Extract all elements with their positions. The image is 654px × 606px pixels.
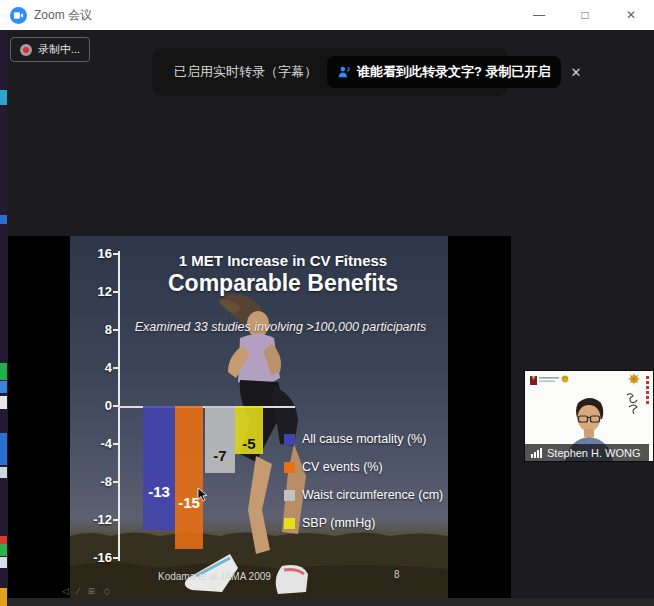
y-tick-label: 12	[70, 284, 112, 299]
recording-icon	[20, 44, 32, 56]
legend-swatch	[284, 434, 295, 445]
y-tick-label: -16	[70, 550, 112, 565]
presentation-slide: 1612840-4-8-12-16-13-15-7-5All cause mor…	[70, 236, 448, 598]
y-tick-mark	[113, 481, 118, 483]
y-tick-mark	[113, 519, 118, 521]
slide-title-line2: Comparable Benefits	[128, 270, 438, 297]
y-tick-label: -4	[70, 436, 112, 451]
window-bottom-edge	[0, 598, 654, 606]
slide-citation: Kodama et al JAMA 2009	[158, 571, 271, 582]
person-question-icon	[337, 65, 351, 79]
y-tick-mark	[113, 291, 118, 293]
legend-item: SBP (mmHg)	[284, 516, 375, 530]
who-can-see-transcript-button[interactable]: 谁能看到此转录文字? 录制已开启	[327, 56, 561, 88]
legend-swatch	[284, 490, 295, 501]
window-title: Zoom 会议	[34, 7, 92, 24]
y-tick-mark	[113, 367, 118, 369]
close-button[interactable]: ✕	[608, 0, 654, 30]
recording-indicator[interactable]: 录制中...	[10, 37, 90, 62]
audio-signal-icon	[531, 448, 542, 458]
bar-value-label: -5	[235, 435, 263, 452]
bar-value-label: -13	[143, 483, 175, 500]
minimize-button[interactable]: —	[516, 0, 562, 30]
chart-bar	[175, 406, 203, 549]
y-tick-mark	[113, 557, 118, 559]
legend-swatch	[284, 518, 295, 529]
mouse-cursor	[197, 487, 208, 506]
who-can-see-transcript-label: 谁能看到此转录文字? 录制已开启	[357, 63, 551, 81]
transcription-banner: 已启用实时转录（字幕） 谁能看到此转录文字? 录制已开启 ✕	[152, 48, 508, 96]
transcription-message: 已启用实时转录（字幕）	[174, 63, 317, 81]
y-tick-mark	[113, 443, 118, 445]
zoom-app-icon	[10, 7, 27, 24]
legend-label: Waist circumference (cm)	[302, 488, 443, 502]
legend-label: All cause mortality (%)	[302, 432, 426, 446]
screen-share-area: 1612840-4-8-12-16-13-15-7-5All cause mor…	[8, 236, 511, 598]
y-tick-label: 8	[70, 322, 112, 337]
window-controls: — □ ✕	[516, 0, 654, 30]
participant-name: Stephen H. WONG	[547, 447, 641, 459]
chart-bar	[143, 406, 175, 530]
legend-label: CV events (%)	[302, 460, 383, 474]
seal-marks	[646, 376, 649, 404]
legend-item: CV events (%)	[284, 460, 383, 474]
banner-close-icon[interactable]: ✕	[571, 65, 582, 80]
slide-page-number: 8	[394, 569, 400, 580]
window-titlebar: Zoom 会议 — □ ✕	[0, 0, 654, 30]
legend-item: All cause mortality (%)	[284, 432, 426, 446]
y-tick-label: -12	[70, 512, 112, 527]
y-tick-label: 16	[70, 246, 112, 261]
legend-label: SBP (mmHg)	[302, 516, 375, 530]
participant-name-bar: Stephen H. WONG	[525, 444, 649, 461]
recording-label: 录制中...	[38, 42, 80, 57]
background-window-sliver	[0, 30, 7, 606]
y-tick-mark	[113, 253, 118, 255]
y-tick-label: 4	[70, 360, 112, 375]
y-tick-mark	[113, 405, 118, 407]
participant-video-thumbnail[interactable]: Stephen H. WONG	[524, 370, 654, 462]
slide-subtitle: Examined 33 studies involving >100,000 p…	[118, 320, 443, 334]
y-tick-label: 0	[70, 398, 112, 413]
slide-title-line1: 1 MET Increase in CV Fitness	[128, 252, 438, 269]
maximize-button[interactable]: □	[562, 0, 608, 30]
legend-item: Waist circumference (cm)	[284, 488, 443, 502]
slideshow-controls[interactable]: ◁ ∕ ⊞ ◇	[62, 586, 113, 596]
signature-scribble	[627, 394, 637, 414]
y-tick-label: -8	[70, 474, 112, 489]
legend-swatch	[284, 462, 295, 473]
bar-value-label: -7	[205, 447, 235, 464]
